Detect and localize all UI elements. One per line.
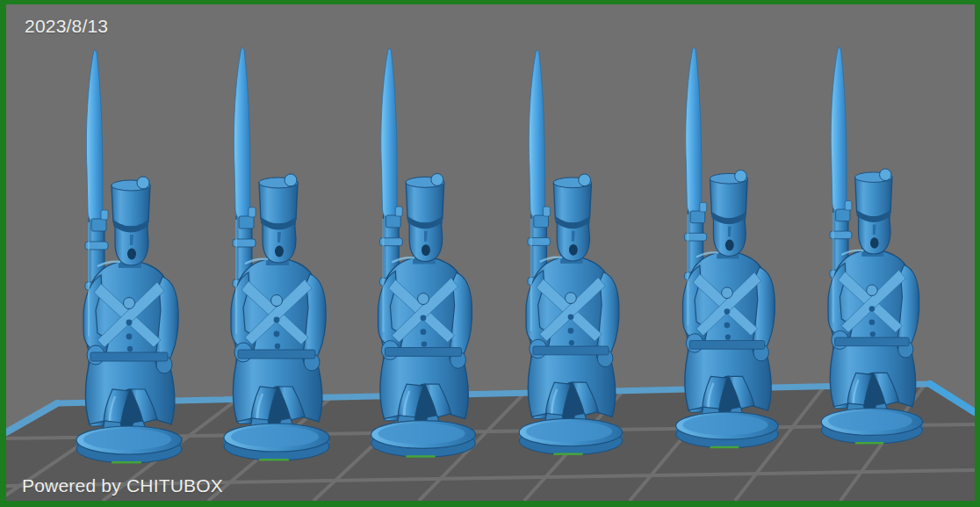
render-window: 2023/8/13 Powered by CHITUBOX [0,0,980,507]
scene-canvas [6,4,975,501]
3d-viewport[interactable]: 2023/8/13 Powered by CHITUBOX [6,4,975,501]
date-label: 2023/8/13 [25,16,108,37]
chitubox-watermark: Powered by CHITUBOX [22,475,223,496]
